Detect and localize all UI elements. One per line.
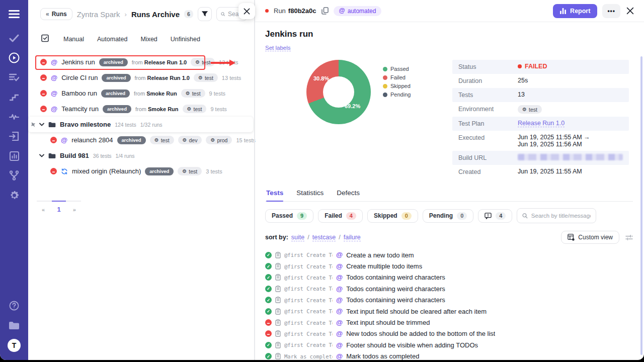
test-suite[interactable]: @first Create To… (284, 286, 333, 292)
bulk-select-icon[interactable] (41, 34, 49, 44)
test-row[interactable]: @first Create To… @ New todos should be … (265, 328, 633, 339)
test-suite[interactable]: @first Create To… (284, 320, 333, 326)
run-from-plan[interactable]: Release Run 1.0 (144, 59, 187, 65)
run-from-plan[interactable]: Smoke Run (146, 90, 177, 97)
filter-passed[interactable]: Passed9 (265, 209, 313, 223)
test-row[interactable]: @first Create To… @ Text input field sho… (265, 306, 633, 317)
branches-icon[interactable] (8, 169, 20, 182)
test-row[interactable]: @first Create To… @ Todos containing wei… (265, 295, 633, 306)
test-title[interactable]: Create multiple todo items (346, 262, 422, 270)
run-name[interactable]: Bamboo run (61, 89, 97, 97)
env-tag[interactable]: ⚙test (191, 58, 215, 66)
automated-type-badge[interactable]: @ automated (334, 6, 382, 16)
settings-gear-icon[interactable] (8, 189, 20, 201)
test-row[interactable]: @first Create To… @ Todos containing wei… (265, 283, 633, 294)
folder-row-build-981[interactable]: Build 981 36 tests 1/4 runs (28, 148, 254, 163)
test-suite[interactable]: @first Create To… (284, 342, 333, 348)
env-tag[interactable]: ⚙test (194, 73, 218, 82)
test-row[interactable]: @first Create To… @ Text input should be… (265, 317, 633, 328)
report-button[interactable]: Report (553, 4, 597, 18)
filter-button[interactable] (198, 7, 212, 21)
test-row[interactable]: @first Create To… @ Create a new todo it… (265, 249, 633, 260)
test-row[interactable]: Mark as complete… @ Mark todos as comple… (265, 351, 633, 360)
env-tag[interactable]: ⚙dev (178, 136, 202, 144)
env-tag[interactable]: ⚙test (518, 105, 542, 114)
test-row[interactable]: @first Create To… @ Create multiple todo… (265, 260, 633, 272)
tab-automated[interactable]: Automated (97, 36, 127, 43)
run-from-plan[interactable]: Release Run 1.0 (147, 75, 190, 81)
help-icon[interactable] (8, 300, 20, 312)
env-tag[interactable]: ⚙prod (206, 136, 232, 144)
test-plans-icon[interactable] (8, 71, 20, 83)
runs-play-icon[interactable] (8, 52, 20, 64)
run-row-circle-ci[interactable]: @ Circle CI run archived from Release Ru… (28, 70, 254, 85)
tests-search[interactable] (517, 208, 596, 223)
filter-comments[interactable]: 4 (478, 209, 512, 223)
test-suite[interactable]: Mark as complete… (284, 353, 333, 359)
menu-icon[interactable] (8, 8, 20, 20)
test-title[interactable]: Text input should be trimmed (346, 319, 430, 326)
test-title[interactable]: Mark todos as completed (346, 352, 419, 360)
filter-skipped[interactable]: Skipped0 (367, 209, 418, 223)
test-row[interactable]: @first Create To… @ Footer should be vis… (265, 339, 633, 350)
run-name[interactable]: relaunch 2804 (71, 136, 113, 144)
scrollbar[interactable] (640, 56, 642, 355)
sort-by-suite[interactable]: suite (291, 234, 304, 241)
chevron-down-icon[interactable] (39, 154, 44, 157)
filter-pending[interactable]: Pending0 (423, 209, 473, 223)
back-to-runs-button[interactable]: « Runs (40, 8, 72, 20)
run-name[interactable]: mixed origin (Relaunch) (72, 167, 141, 175)
env-tag[interactable]: ⚙test (181, 89, 205, 98)
env-tag[interactable]: ⚙test (178, 167, 202, 175)
test-suite[interactable]: @first Create To… (284, 275, 333, 281)
test-row[interactable]: @first Create To… @ Todos containing wei… (265, 272, 633, 283)
tab-defects[interactable]: Defects (337, 189, 360, 201)
run-row-mixed-origin[interactable]: mixed origin (Relaunch) archived ⚙test 3… (28, 163, 254, 179)
breadcrumb-project[interactable]: Zyntra Spark (77, 10, 120, 19)
sliders-icon[interactable] (625, 234, 633, 241)
env-tag[interactable]: ⚙test (150, 136, 174, 144)
test-plan-link[interactable]: Release Run 1.0 (518, 120, 565, 127)
panel-close-button[interactable] (238, 3, 255, 19)
test-title[interactable]: New todos should be added to the bottom … (346, 330, 495, 337)
avatar[interactable]: T (8, 339, 21, 352)
pagination-prev[interactable]: « (42, 207, 45, 213)
tab-mixed[interactable]: Mixed (140, 36, 157, 43)
copy-icon[interactable] (321, 7, 329, 15)
test-title[interactable]: Todos containing weird characters (346, 285, 445, 293)
test-suite[interactable]: @first Create To… (284, 297, 333, 303)
test-suite[interactable]: @first Create To… (284, 252, 333, 258)
test-suite[interactable]: @first Create To… (284, 331, 333, 337)
tab-manual[interactable]: Manual (63, 36, 84, 43)
set-labels-link[interactable]: Set labels (265, 45, 291, 51)
detail-close-button[interactable] (625, 6, 635, 16)
folder-row-bravo-milestone[interactable]: Bravo milestone 124 tests 1/32 runs (28, 117, 253, 132)
tests-check-icon[interactable] (8, 32, 20, 44)
folder-name[interactable]: Bravo milestone (60, 121, 111, 128)
run-name[interactable]: Circle CI run (61, 74, 98, 81)
run-from-plan[interactable]: Smoke Run (148, 106, 179, 112)
reports-chart-icon[interactable] (8, 150, 20, 162)
pulse-analytics-icon[interactable] (8, 111, 20, 123)
projects-folder-icon[interactable] (8, 319, 20, 331)
run-name[interactable]: Jenkins run (61, 58, 95, 66)
run-name[interactable]: Teamcity run (61, 105, 99, 113)
run-row-teamcity[interactable]: @ Teamcity run archived from Smoke Run ⚙… (28, 101, 254, 117)
test-title[interactable]: Create a new todo item (346, 251, 414, 259)
filter-failed[interactable]: Failed4 (318, 209, 363, 223)
milestones-steps-icon[interactable] (8, 91, 20, 103)
chevron-down-icon[interactable] (39, 123, 44, 126)
tests-search-input[interactable] (531, 213, 591, 219)
test-title[interactable]: Todos containing weird characters (346, 274, 445, 281)
test-title[interactable]: Footer should be visible when adding TOD… (346, 341, 478, 349)
run-row-jenkins[interactable]: @ Jenkins run archived from Release Run … (28, 54, 254, 70)
sort-by-failure[interactable]: failure (344, 234, 361, 241)
test-suite[interactable]: @first Create To… (284, 308, 333, 314)
run-row-relaunch-2804[interactable]: @ relaunch 2804 archived ⚙test ⚙dev ⚙pro… (28, 132, 254, 148)
pagination-next[interactable]: » (73, 207, 76, 213)
sort-by-testcase[interactable]: testcase (312, 234, 336, 241)
test-suite[interactable]: @first Create To… (284, 263, 333, 269)
folder-name[interactable]: Build 981 (60, 152, 89, 159)
run-row-bamboo[interactable]: @ Bamboo run archived from Smoke Run ⚙te… (28, 85, 254, 101)
tab-unfinished[interactable]: Unfinished (171, 36, 200, 43)
